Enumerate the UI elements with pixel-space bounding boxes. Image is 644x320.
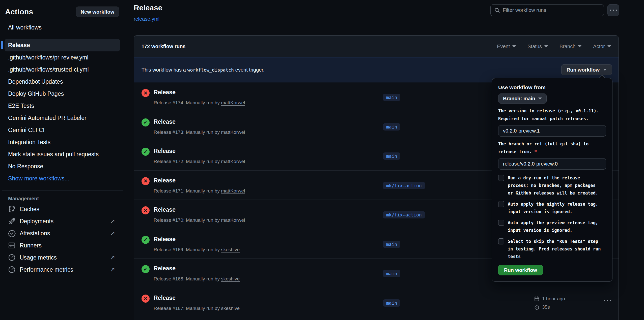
run-title-link[interactable]: Release: [154, 236, 176, 243]
required-asterisk: *: [534, 149, 537, 154]
show-more-workflows-link[interactable]: Show more workflows...: [0, 172, 125, 184]
workflow-options-button[interactable]: [607, 4, 619, 16]
new-workflow-button[interactable]: New workflow: [76, 7, 119, 17]
dropdown-caret: [599, 75, 606, 78]
run-time: 1 hour ago: [542, 296, 565, 302]
branch-badge[interactable]: main: [383, 152, 400, 160]
run-title-link[interactable]: Release: [154, 89, 176, 96]
workflow-run-row[interactable]: ✕ Release Release #167: Manually run by …: [134, 288, 619, 317]
version-input[interactable]: [498, 125, 606, 137]
run-description: Release #169: Manually run by skeshive: [154, 247, 240, 252]
sidebar-item-performance-metrics[interactable]: Performance metrics ↗: [0, 264, 125, 276]
mgmt-label: Usage metrics: [20, 254, 57, 261]
run-title-link[interactable]: Release: [154, 177, 176, 184]
branch-badge[interactable]: main: [383, 270, 400, 277]
runs-count: 172 workflow runs: [142, 44, 186, 49]
run-title-link[interactable]: Release: [154, 118, 176, 125]
sidebar-item-workflow[interactable]: Deploy GitHub Pages: [5, 88, 120, 100]
sidebar-item-caches[interactable]: Caches: [0, 203, 125, 215]
meter-icon: [8, 266, 16, 273]
chevron-down-icon: [607, 45, 611, 47]
branch-select-button[interactable]: Branch: main: [498, 93, 547, 104]
run-title-link[interactable]: Release: [154, 295, 176, 301]
checkbox-label: Select to skip the "Run Tests" step in t…: [508, 238, 601, 260]
actor-link[interactable]: mattKorwel: [221, 217, 245, 223]
meter-icon: [8, 254, 16, 261]
sidebar-item-workflow[interactable]: Release: [5, 39, 120, 51]
actor-link[interactable]: skeshive: [221, 276, 240, 281]
workflow-label: Mark stale issues and pull requests: [8, 151, 99, 158]
sidebar-title: Actions: [5, 8, 33, 16]
dialog-heading: Use workflow from: [498, 84, 606, 90]
run-description: Release #167: Manually run by skeshive: [154, 306, 240, 311]
run-description: Release #171: Manually run by mattKorwel: [154, 188, 245, 194]
workflow-dispatch-code: workflow_dispatch: [187, 67, 234, 73]
checkbox[interactable]: [498, 201, 504, 207]
actor-link[interactable]: skeshive: [221, 247, 240, 252]
checkbox[interactable]: [498, 238, 504, 244]
failed-x-icon: ✕: [142, 206, 150, 214]
version-help-text: The version to release (e.g., v0.1.11). …: [498, 107, 606, 123]
workflow-label: Gemini CLI CI: [8, 127, 44, 134]
sidebar-item-workflow[interactable]: No Response: [5, 160, 120, 172]
checkbox[interactable]: [498, 220, 504, 226]
search-icon: [494, 7, 500, 13]
run-workflow-dialog: Use workflow from Branch: main The versi…: [492, 78, 612, 282]
sidebar-item-workflow[interactable]: Mark stale issues and pull requests: [5, 148, 120, 160]
sidebar-divider: [2, 37, 123, 37]
run-title-link[interactable]: Release: [154, 148, 176, 154]
ref-input[interactable]: [498, 158, 606, 170]
sidebar-item-workflow[interactable]: .github/workflows/trusted-ci.yml: [5, 63, 120, 76]
actor-link[interactable]: mattKorwel: [221, 100, 245, 105]
sidebar-item-workflow[interactable]: Dependabot Updates: [5, 76, 120, 88]
branch-badge[interactable]: main: [383, 123, 400, 131]
chevron-down-icon: [512, 45, 516, 47]
external-link-icon: ↗: [110, 254, 115, 261]
branch-badge[interactable]: main: [383, 299, 400, 307]
sidebar-item-workflow[interactable]: Gemini CLI CI: [5, 124, 120, 136]
sidebar-item-workflow[interactable]: E2E Tests: [5, 100, 120, 112]
branch-badge[interactable]: main: [383, 94, 400, 101]
sidebar-item-attestations[interactable]: Attestations ↗: [0, 227, 125, 239]
all-workflows-link[interactable]: All workflows: [8, 24, 125, 31]
management-list: Caches Deployments ↗ Attestations ↗ Runn…: [0, 203, 125, 276]
branch-badge[interactable]: mk/fix-action: [383, 182, 425, 189]
actor-link[interactable]: mattKorwel: [221, 188, 245, 194]
workflow-label: Integration Tests: [8, 139, 50, 146]
actor-link[interactable]: skeshive: [221, 306, 240, 311]
cache-database-icon: [8, 205, 16, 213]
external-link-icon: ↗: [110, 266, 115, 273]
sidebar-item-workflow[interactable]: .github/workflows/pr-review.yml: [5, 51, 120, 63]
sidebar-item-workflow[interactable]: Integration Tests: [5, 136, 120, 148]
sidebar-item-deployments[interactable]: Deployments ↗: [0, 215, 125, 227]
sidebar-item-workflow[interactable]: Gemini Automated PR Labeler: [5, 112, 120, 124]
filter-event[interactable]: Event: [497, 44, 516, 49]
sidebar-item-runners[interactable]: Runners: [0, 239, 125, 251]
filter-workflow-runs-input[interactable]: [503, 7, 600, 13]
checkbox[interactable]: [498, 175, 504, 181]
runs-card-header: 172 workflow runs Event Status Branch Ac…: [134, 36, 619, 57]
run-workflow-submit-button[interactable]: Run workflow: [498, 265, 543, 275]
chevron-down-icon: [603, 69, 607, 71]
workflow-label: E2E Tests: [8, 103, 34, 109]
branch-badge[interactable]: mk/fix-action: [383, 211, 425, 218]
actor-link[interactable]: mattKorwel: [221, 159, 245, 164]
run-title-link[interactable]: Release: [154, 206, 176, 213]
branch-badge[interactable]: main: [383, 241, 400, 248]
dialog-checkbox-row: Run a dry-run of the release process; no…: [498, 174, 606, 197]
run-title-link[interactable]: Release: [154, 265, 176, 272]
actor-link[interactable]: mattKorwel: [221, 130, 245, 135]
filter-branch[interactable]: Branch: [559, 44, 581, 49]
rocket-icon: [8, 217, 16, 225]
run-options-button[interactable]: [604, 300, 611, 301]
run-workflow-dropdown-button[interactable]: Run workflow: [561, 64, 612, 75]
filter-actor[interactable]: Actor: [593, 44, 611, 49]
page-title: Release: [134, 4, 162, 12]
sidebar-item-usage-metrics[interactable]: Usage metrics ↗: [0, 251, 125, 264]
kebab-horizontal-icon: [610, 10, 617, 11]
filter-status[interactable]: Status: [527, 44, 548, 49]
failed-x-icon: ✕: [142, 295, 150, 303]
workflow-file-link[interactable]: release.yml: [134, 16, 159, 22]
run-description: Release #174: Manually run by mattKorwel: [154, 100, 245, 106]
dialog-checkbox-row: Auto apply the preview release tag, inpu…: [498, 219, 606, 234]
